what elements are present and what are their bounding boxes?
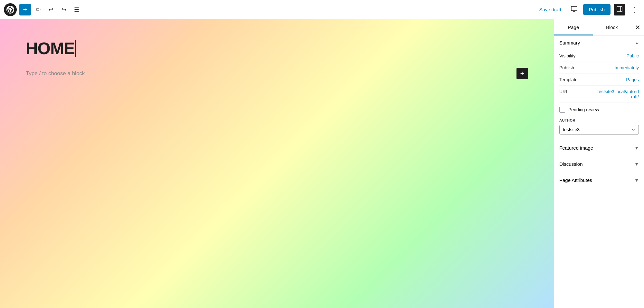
visibility-label: Visibility <box>559 53 575 58</box>
featured-image-section[interactable]: Featured image ▼ <box>554 140 644 156</box>
page-title-text: HOME <box>26 39 75 58</box>
publish-row: Publish Immediately <box>559 62 639 74</box>
cursor <box>75 40 76 57</box>
add-block-button[interactable]: + <box>19 4 31 15</box>
wp-logo[interactable] <box>4 3 17 16</box>
summary-title: Summary <box>559 40 580 45</box>
undo-icon: ↩ <box>49 6 53 13</box>
inline-plus-icon: + <box>520 69 525 78</box>
publish-label: Publish <box>559 65 574 70</box>
pending-review-row: Pending review <box>559 103 639 114</box>
toolbar-right: Save draft Publish ⋮ <box>535 4 640 15</box>
block-placeholder: Type / to choose a block <box>26 70 85 77</box>
tab-page[interactable]: Page <box>554 19 593 35</box>
discussion-chevron-icon: ▼ <box>634 162 639 167</box>
preview-button[interactable] <box>568 4 580 15</box>
placeholder-row: Type / to choose a block + <box>26 68 528 79</box>
author-section: AUTHOR testsite3 <box>559 114 639 134</box>
svg-rect-3 <box>617 6 622 12</box>
sidebar-tabs: Page Block ✕ <box>554 19 644 35</box>
template-row: Template Pages <box>559 74 639 86</box>
url-row: URL testsite3.local/auto-draft/ <box>559 86 639 103</box>
pending-review-label: Pending review <box>568 107 599 112</box>
discussion-section[interactable]: Discussion ▼ <box>554 156 644 172</box>
publish-button[interactable]: Publish <box>583 4 611 15</box>
author-label: AUTHOR <box>559 118 639 122</box>
list-view-button[interactable]: ☰ <box>71 4 82 15</box>
discussion-title: Discussion <box>559 161 583 167</box>
toolbar: + ✏ ↩ ↪ ☰ Save draft Publish <box>0 0 644 19</box>
summary-header[interactable]: Summary ▲ <box>554 35 644 50</box>
sidebar-close-button[interactable]: ✕ <box>631 19 644 35</box>
toolbar-left: + ✏ ↩ ↪ ☰ <box>4 3 82 16</box>
pending-review-checkbox[interactable] <box>559 107 565 113</box>
editor-canvas[interactable]: HOME Type / to choose a block + <box>0 19 554 308</box>
publish-value[interactable]: Immediately <box>615 65 639 70</box>
pen-icon: ✏ <box>36 6 41 13</box>
visibility-row: Visibility Public <box>559 50 639 62</box>
page-attributes-title: Page Attributes <box>559 177 592 183</box>
more-options-button[interactable]: ⋮ <box>629 4 640 15</box>
sidebar-icon <box>617 6 622 13</box>
summary-section: Summary ▲ Visibility Public Publish Imme… <box>554 35 644 140</box>
featured-image-chevron-icon: ▼ <box>634 145 639 151</box>
wp-logo-icon <box>6 6 14 14</box>
inline-add-block-button[interactable]: + <box>516 68 528 79</box>
url-value[interactable]: testsite3.local/auto-draft/ <box>597 89 639 99</box>
plus-icon: + <box>23 5 27 14</box>
visibility-value[interactable]: Public <box>627 53 639 58</box>
more-icon: ⋮ <box>631 6 638 14</box>
redo-button[interactable]: ↪ <box>58 4 70 15</box>
sidebar: Page Block ✕ Summary ▲ Visibility Public… <box>554 19 644 308</box>
featured-image-title: Featured image <box>559 145 593 151</box>
template-label: Template <box>559 77 578 82</box>
summary-body: Visibility Public Publish Immediately Te… <box>554 50 644 140</box>
tab-block[interactable]: Block <box>593 19 631 35</box>
page-attributes-chevron-icon: ▼ <box>634 178 639 183</box>
main-area: HOME Type / to choose a block + Page Blo… <box>0 19 644 308</box>
template-value[interactable]: Pages <box>626 77 639 82</box>
svg-rect-0 <box>571 6 577 11</box>
author-select[interactable]: testsite3 <box>559 125 639 134</box>
page-title[interactable]: HOME <box>26 39 528 58</box>
tools-button[interactable]: ✏ <box>32 4 44 15</box>
save-draft-button[interactable]: Save draft <box>535 5 565 14</box>
summary-chevron-up-icon: ▲ <box>635 41 639 45</box>
monitor-icon <box>571 5 578 14</box>
sidebar-toggle-button[interactable] <box>614 4 625 15</box>
url-label: URL <box>559 89 568 94</box>
page-attributes-section[interactable]: Page Attributes ▼ <box>554 172 644 188</box>
list-icon: ☰ <box>74 6 79 13</box>
redo-icon: ↪ <box>62 6 66 13</box>
undo-button[interactable]: ↩ <box>45 4 57 15</box>
